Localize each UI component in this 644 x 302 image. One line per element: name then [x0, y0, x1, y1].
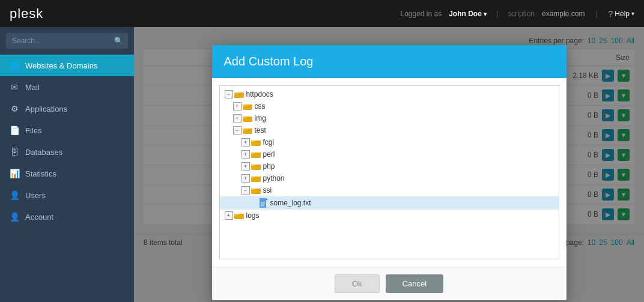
file-tree: − httpdocs +: [220, 86, 559, 224]
files-icon: 📄: [10, 125, 19, 135]
toggle-php[interactable]: +: [242, 162, 250, 171]
sidebar-item-label: Applications: [25, 104, 67, 113]
toggle-perl[interactable]: +: [242, 150, 250, 159]
tree-item-some-log[interactable]: some_log.txt: [220, 196, 559, 210]
modal-overlay: Add Custom Log − htt: [134, 27, 644, 302]
folder-icon: [243, 103, 252, 110]
toggle-logs[interactable]: +: [225, 211, 233, 220]
plesk-logo: plesk: [10, 6, 43, 22]
tree-item-label: css: [255, 102, 266, 110]
folder-icon: [234, 212, 244, 219]
modal-footer: Ok Cancel: [212, 267, 567, 300]
tree-item-label: httpdocs: [246, 90, 273, 98]
modal-title: Add Custom Log: [224, 55, 314, 68]
search-icon: 🔍: [114, 37, 123, 45]
sidebar-item-files[interactable]: 📄 Files: [0, 119, 134, 141]
cancel-button[interactable]: Cancel: [386, 274, 443, 293]
tree-item-logs[interactable]: + logs: [220, 210, 559, 222]
tree-item-label: perl: [263, 150, 275, 159]
top-bar-left: plesk: [10, 6, 43, 22]
tree-item-httpdocs[interactable]: − httpdocs: [220, 88, 559, 100]
sidebar-item-statistics[interactable]: 📊 Statistics: [0, 163, 134, 184]
toggle-httpdocs[interactable]: −: [225, 90, 233, 98]
svg-rect-9: [251, 140, 255, 142]
help-button[interactable]: ? Help ▾: [609, 9, 634, 19]
svg-rect-20: [261, 202, 265, 203]
modal-body: − httpdocs +: [212, 78, 567, 267]
svg-rect-18: [260, 198, 266, 208]
tree-item-label: fcgi: [263, 138, 275, 146]
folder-icon: [251, 175, 261, 182]
sidebar-item-websites-domains[interactable]: 🌐 Websites & Domains: [0, 55, 134, 76]
tree-item-perl[interactable]: + perl: [220, 148, 559, 160]
sidebar-item-users[interactable]: 👤 Users: [0, 184, 134, 206]
search-bar-container: 🔍: [0, 27, 134, 55]
mail-icon: ✉: [10, 82, 19, 92]
top-bar: plesk Logged in as John Doe ▾ | scriptio…: [0, 0, 644, 27]
sidebar-item-label: Websites & Domains: [25, 61, 97, 70]
svg-marker-19: [266, 198, 268, 200]
tree-item-label: php: [263, 162, 275, 171]
sidebar-item-label: Files: [25, 126, 41, 135]
tree-item-fcgi[interactable]: + fcgi: [220, 136, 559, 148]
sidebar-item-account[interactable]: 👤 Account: [0, 206, 134, 228]
svg-rect-21: [261, 204, 265, 205]
subscription-label: scription: [508, 10, 535, 18]
tree-item-label: logs: [246, 211, 260, 220]
svg-rect-5: [243, 116, 247, 118]
sidebar-item-label: Users: [25, 191, 46, 200]
websites-domains-icon: 🌐: [10, 61, 19, 70]
svg-rect-17: [251, 189, 255, 190]
app-wrapper: plesk Logged in as John Doe ▾ | scriptio…: [0, 0, 644, 302]
main-layout: 🔍 🌐 Websites & Domains ✉ Mail ⚙ Applicat…: [0, 27, 644, 302]
tree-item-label: ssi: [263, 186, 272, 195]
toggle-img[interactable]: +: [233, 114, 242, 122]
folder-icon: [251, 151, 261, 158]
account-icon: 👤: [10, 212, 19, 222]
svg-rect-22: [261, 205, 264, 207]
tree-item-ssi[interactable]: − ssi: [220, 184, 559, 196]
username[interactable]: John Doe ▾: [449, 10, 487, 18]
sidebar-item-label: Statistics: [25, 169, 56, 178]
svg-rect-15: [251, 177, 255, 178]
folder-icon: [243, 127, 252, 134]
ok-button[interactable]: Ok: [335, 274, 380, 293]
tree-item-label: test: [255, 126, 266, 134]
users-icon: 👤: [10, 190, 19, 200]
databases-icon: 🗄: [10, 147, 19, 157]
toggle-fcgi[interactable]: +: [242, 138, 250, 146]
sidebar-item-label: Mail: [25, 83, 40, 92]
svg-rect-7: [243, 128, 247, 130]
toggle-css[interactable]: +: [233, 102, 242, 110]
sidebar-item-applications[interactable]: ⚙ Applications: [0, 98, 134, 119]
tree-item-python[interactable]: + python: [220, 172, 559, 184]
svg-rect-24: [234, 214, 238, 216]
sidebar-item-databases[interactable]: 🗄 Databases: [0, 141, 134, 163]
folder-icon: [251, 139, 261, 146]
tree-item-css[interactable]: + css: [220, 100, 559, 112]
tree-item-php[interactable]: + php: [220, 160, 559, 172]
folder-icon: [251, 163, 261, 170]
domain: example.com: [542, 10, 585, 18]
modal-header: Add Custom Log: [212, 45, 567, 78]
svg-rect-1: [234, 92, 238, 94]
folder-icon: [234, 91, 244, 98]
sidebar-item-mail[interactable]: ✉ Mail: [0, 76, 134, 98]
tree-item-img[interactable]: + img: [220, 112, 559, 124]
modal-dialog: Add Custom Log − htt: [212, 45, 567, 300]
sidebar: 🔍 🌐 Websites & Domains ✉ Mail ⚙ Applicat…: [0, 27, 134, 302]
search-input[interactable]: [6, 33, 128, 49]
folder-icon: [251, 187, 261, 194]
top-bar-right: Logged in as John Doe ▾ | scription exam…: [400, 9, 634, 19]
tree-item-test[interactable]: − test: [220, 124, 559, 136]
toggle-test[interactable]: −: [233, 126, 242, 134]
tree-item-label: img: [255, 114, 266, 122]
toggle-ssi[interactable]: −: [242, 186, 250, 195]
file-tree-container[interactable]: − httpdocs +: [219, 85, 559, 259]
toggle-python[interactable]: +: [242, 174, 250, 183]
content-area: Entries per page: 10 25 100 All Size 2.1…: [134, 27, 644, 302]
sidebar-item-label: Databases: [25, 148, 62, 157]
svg-rect-3: [243, 104, 247, 106]
sidebar-item-label: Account: [25, 213, 53, 222]
svg-rect-11: [251, 153, 255, 154]
